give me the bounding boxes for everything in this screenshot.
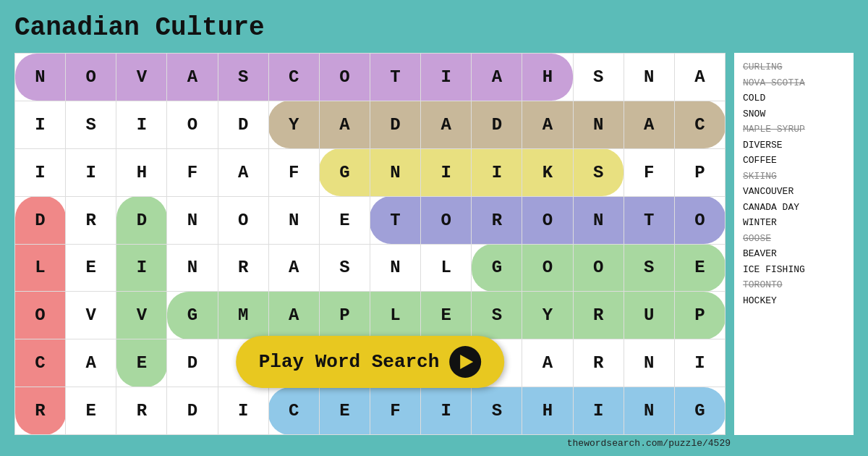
grid-cell[interactable]: S (472, 387, 522, 435)
grid-cell[interactable]: R (15, 387, 66, 435)
grid-cell[interactable]: I (15, 101, 66, 148)
grid-cell[interactable]: C (268, 54, 319, 101)
grid-cell[interactable]: P (674, 292, 725, 339)
grid-cell[interactable]: F (624, 148, 674, 196)
grid-cell[interactable]: L (370, 292, 420, 339)
grid-cell[interactable]: G (674, 387, 725, 435)
grid-cell[interactable]: N (15, 54, 66, 101)
grid-cell[interactable]: H (116, 148, 167, 196)
grid-cell[interactable]: A (522, 339, 573, 387)
grid-cell[interactable]: G (319, 148, 370, 196)
grid-cell[interactable]: N (268, 196, 319, 244)
grid-cell[interactable]: V (116, 54, 167, 101)
grid-cell[interactable]: I (15, 148, 66, 196)
grid-cell[interactable]: O (167, 101, 218, 148)
grid-cell[interactable]: A (218, 148, 268, 196)
grid-cell[interactable]: N (370, 244, 420, 292)
grid-cell[interactable]: E (319, 196, 370, 244)
grid-cell[interactable]: N (370, 148, 420, 196)
grid-cell[interactable]: P (319, 292, 370, 339)
grid-cell[interactable]: A (268, 292, 319, 339)
grid-cell[interactable]: O (522, 244, 573, 292)
grid-cell[interactable]: R (573, 339, 624, 387)
grid-cell[interactable]: A (66, 339, 116, 387)
grid-cell[interactable]: L (421, 244, 472, 292)
grid-cell[interactable]: R (472, 196, 522, 244)
grid-cell[interactable]: I (472, 148, 522, 196)
grid-cell[interactable]: C (15, 339, 66, 387)
grid-cell[interactable]: Y (522, 292, 573, 339)
grid-cell[interactable]: O (319, 54, 370, 101)
grid-cell[interactable]: R (218, 244, 268, 292)
grid-cell[interactable]: A (522, 101, 573, 148)
grid-cell[interactable]: G (472, 244, 522, 292)
grid-cell[interactable]: E (116, 339, 167, 387)
grid-cell[interactable]: S (218, 54, 268, 101)
grid-cell[interactable]: T (370, 196, 420, 244)
grid-cell[interactable]: I (66, 148, 116, 196)
grid-cell[interactable]: S (472, 292, 522, 339)
grid-cell[interactable]: U (624, 292, 674, 339)
grid-cell[interactable]: P (674, 148, 725, 196)
grid-cell[interactable]: A (472, 54, 522, 101)
grid-cell[interactable]: V (66, 292, 116, 339)
grid-cell[interactable]: O (573, 244, 624, 292)
grid-cell[interactable]: E (66, 387, 116, 435)
grid-cell[interactable]: N (624, 387, 674, 435)
grid-cell[interactable]: A (421, 101, 472, 148)
grid-cell[interactable]: I (421, 54, 472, 101)
grid-cell[interactable]: R (66, 196, 116, 244)
grid-cell[interactable]: G (167, 292, 218, 339)
grid-cell[interactable]: O (421, 196, 472, 244)
grid-cell[interactable]: N (167, 244, 218, 292)
grid-cell[interactable]: S (573, 54, 624, 101)
grid-cell[interactable]: I (573, 387, 624, 435)
grid-cell[interactable]: N (624, 339, 674, 387)
grid-cell[interactable]: R (573, 292, 624, 339)
grid-cell[interactable]: S (624, 244, 674, 292)
grid-cell[interactable]: D (116, 196, 167, 244)
grid-cell[interactable]: O (66, 54, 116, 101)
grid-cell[interactable]: F (268, 148, 319, 196)
grid-cell[interactable]: N (573, 196, 624, 244)
grid-cell[interactable]: I (674, 339, 725, 387)
grid-cell[interactable]: D (15, 196, 66, 244)
grid-cell[interactable]: E (319, 387, 370, 435)
grid-cell[interactable]: T (624, 196, 674, 244)
grid-cell[interactable]: E (421, 292, 472, 339)
grid-cell[interactable]: Y (268, 101, 319, 148)
grid-cell[interactable]: I (116, 101, 167, 148)
grid-cell[interactable]: I (421, 387, 472, 435)
grid-cell[interactable]: D (370, 101, 420, 148)
grid-cell[interactable]: R (116, 387, 167, 435)
grid-cell[interactable]: I (116, 244, 167, 292)
grid-cell[interactable]: D (167, 339, 218, 387)
grid-cell[interactable]: I (421, 148, 472, 196)
grid-cell[interactable]: V (116, 292, 167, 339)
grid-cell[interactable]: E (66, 244, 116, 292)
grid-cell[interactable]: N (624, 54, 674, 101)
grid-cell[interactable]: F (167, 148, 218, 196)
grid-cell[interactable]: F (370, 387, 420, 435)
grid-cell[interactable]: O (674, 196, 725, 244)
grid-cell[interactable]: A (674, 54, 725, 101)
play-button[interactable]: Play Word Search (236, 336, 505, 388)
grid-cell[interactable]: E (674, 244, 725, 292)
grid-cell[interactable]: O (522, 196, 573, 244)
grid-cell[interactable]: M (218, 292, 268, 339)
grid-cell[interactable]: L (15, 244, 66, 292)
grid-cell[interactable]: K (522, 148, 573, 196)
grid-cell[interactable]: T (370, 54, 420, 101)
grid-cell[interactable]: N (167, 196, 218, 244)
grid-cell[interactable]: C (674, 101, 725, 148)
grid-cell[interactable]: A (624, 101, 674, 148)
grid-cell[interactable]: O (15, 292, 66, 339)
grid-cell[interactable]: O (218, 196, 268, 244)
grid-cell[interactable]: I (218, 387, 268, 435)
grid-cell[interactable]: C (268, 387, 319, 435)
grid-cell[interactable]: D (167, 387, 218, 435)
grid-cell[interactable]: A (319, 101, 370, 148)
grid-cell[interactable]: D (472, 101, 522, 148)
grid-cell[interactable]: S (66, 101, 116, 148)
grid-cell[interactable]: H (522, 54, 573, 101)
